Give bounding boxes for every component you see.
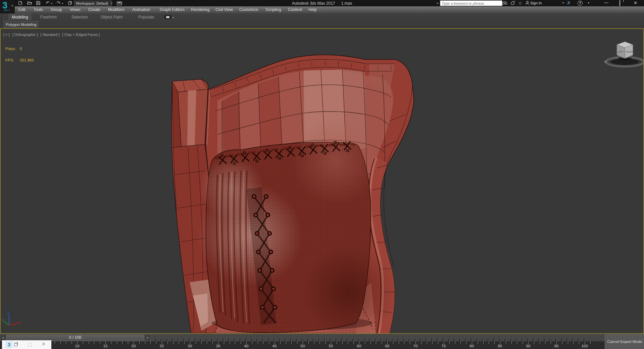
redo-icon[interactable]: ↷: [56, 1, 61, 5]
frame-label: 25: [160, 344, 164, 348]
frame-label: 100: [581, 344, 588, 348]
frame-label: 80: [470, 344, 474, 348]
close-icon[interactable]: ✕: [42, 341, 46, 347]
search-expand-icon[interactable]: ▸: [437, 1, 439, 5]
axis-x-label: X: [18, 321, 20, 324]
communication-center-icon[interactable]: [509, 0, 516, 6]
viewport-menu-general[interactable]: [ + ]: [3, 33, 10, 37]
time-slider-ticks: [155, 339, 588, 341]
frame-label: 70: [413, 344, 418, 348]
menu-civil-view[interactable]: Civil View: [215, 7, 233, 12]
frame-label: 90: [526, 344, 531, 348]
new-file-icon[interactable]: [17, 1, 23, 5]
viewport-menu-standard[interactable]: [ Standard ]: [41, 33, 60, 37]
viewport-menu-shading[interactable]: [ Clay + Edged Faces ]: [62, 33, 100, 37]
world-axis-gizmo: Z X Y: [2, 311, 20, 325]
maximize-icon-disabled: [28, 343, 32, 347]
frame-label: 60: [357, 344, 361, 348]
frame-label: 85: [498, 344, 502, 348]
chevron-down-icon: ▾: [11, 4, 13, 7]
menu-views[interactable]: Views: [70, 7, 81, 12]
menu-modifiers[interactable]: Modifiers: [108, 7, 125, 12]
polygon-modeling-panel[interactable]: Polygon Modeling: [4, 21, 38, 28]
menu-content[interactable]: Content: [288, 7, 302, 12]
help-icon[interactable]: ?: [578, 1, 583, 6]
tab-object-paint[interactable]: Object Paint: [98, 14, 125, 20]
tab-populate[interactable]: Populate: [136, 14, 157, 20]
tab-modeling[interactable]: Modeling: [9, 14, 31, 20]
ribbon-grip-handle[interactable]: [1, 14, 3, 28]
menu-scripting[interactable]: Scripting: [265, 7, 281, 12]
menu-customize[interactable]: Customize: [239, 7, 258, 12]
save-icon[interactable]: [36, 1, 41, 5]
viewport-label: [ + ] [ Orthographic ] [ Standard ] [ Cl…: [3, 33, 101, 37]
menu-rendering[interactable]: Rendering: [191, 7, 209, 12]
help-dropdown-icon[interactable]: ▾: [585, 1, 592, 7]
polys-stat-value: 0: [20, 47, 22, 51]
3dsmax-window: { "window": { "logo_text": "3", "logo_su…: [0, 0, 644, 349]
viewport-menu-pov[interactable]: [ Orthographic ]: [12, 33, 38, 37]
frame-label: 50: [301, 344, 305, 348]
max-taskbar-icon[interactable]: 3: [5, 341, 13, 348]
menu-group[interactable]: Group: [51, 7, 62, 12]
application-button[interactable]: 3 MAX ▾: [0, 0, 15, 13]
toolbar-overflow-icon[interactable]: [117, 1, 124, 5]
viewport-canvas[interactable]: LEFT FRONT Z X Y: [1, 29, 643, 333]
title-bar: Edit Tools Group Views Create Modifiers …: [0, 0, 644, 13]
search-binoculars-icon[interactable]: [501, 0, 508, 6]
viewcube-front-face-label: FRONT: [626, 51, 633, 53]
ribbon-display-dropdown-icon[interactable]: ▾: [172, 16, 174, 19]
tab-freeform[interactable]: Freeform: [38, 14, 59, 20]
redo-dropdown-icon[interactable]: ▾: [61, 1, 64, 5]
frame-label: 55: [329, 344, 333, 348]
menu-help[interactable]: Help: [308, 7, 317, 12]
track-bar[interactable]: 10 15 20 25 30 35 40 45 50 55 60 65 70 7…: [0, 341, 644, 349]
minimize-button[interactable]: —: [604, 0, 608, 5]
menu-animation[interactable]: Animation: [132, 7, 150, 12]
menu-create[interactable]: Create: [88, 7, 100, 12]
undo-dropdown-icon[interactable]: ▾: [50, 1, 53, 5]
close-button[interactable]: ✕: [634, 0, 637, 5]
open-file-icon[interactable]: [27, 1, 32, 5]
menu-graph-editors[interactable]: Graph Editors: [160, 7, 185, 12]
search-input[interactable]: [440, 0, 502, 6]
time-slider-row: < 0 / 100 >: [0, 334, 644, 341]
workspace-selector[interactable]: Workspace: Default: [74, 1, 112, 6]
track-bar-ticks: [21, 341, 591, 344]
frame-label: 15: [103, 344, 108, 348]
frame-label: 45: [273, 344, 277, 348]
next-frame-button[interactable]: >: [144, 335, 151, 341]
fps-stat-value: 251,965: [20, 58, 34, 62]
menu-edit[interactable]: Edit: [18, 7, 26, 12]
menu-bar: Edit Tools Group Views Create Modifiers …: [15, 6, 644, 14]
restore-icon[interactable]: [14, 343, 17, 346]
viewcube[interactable]: LEFT FRONT: [604, 42, 643, 67]
viewcube-left-face-label: LEFT: [618, 51, 624, 53]
frame-label: 10: [75, 344, 80, 348]
sign-in-button[interactable]: Sign In: [530, 1, 542, 5]
workspace-dropdown-icon[interactable]: ▾: [111, 2, 112, 5]
sign-in-dropdown-icon[interactable]: ▾: [560, 1, 566, 7]
frame-label: 95: [554, 344, 559, 348]
tab-selection[interactable]: Selection: [69, 14, 91, 20]
project-folder-icon[interactable]: [67, 1, 72, 5]
exchange-apps-icon[interactable]: X: [567, 0, 570, 5]
menu-tools[interactable]: Tools: [34, 7, 43, 12]
undo-icon[interactable]: ↶: [45, 1, 50, 5]
cancel-expert-mode-button[interactable]: Cancel Expert Mode: [605, 334, 644, 349]
sign-in-user-icon[interactable]: [524, 0, 531, 6]
ribbon-display-toggle-icon[interactable]: [164, 15, 171, 19]
favorites-star-icon[interactable]: ☆: [517, 0, 524, 6]
file-name: 1.max: [341, 1, 352, 6]
frame-label: 40: [244, 344, 249, 348]
frame-label: 35: [216, 344, 220, 348]
background-window-titlebar-fragment: 3 ✕: [2, 340, 51, 349]
restore-icon: [620, 0, 620, 6]
restore-button[interactable]: [620, 1, 620, 6]
ribbon-bar: Modeling Freeform Selection Object Paint…: [0, 13, 644, 28]
frame-label: 30: [188, 344, 192, 348]
polys-stat-label: Polys:: [5, 47, 16, 51]
frame-label: 65: [385, 344, 390, 348]
axis-y-label: Y: [2, 319, 4, 322]
viewport[interactable]: LEFT FRONT Z X Y [ + ] [ Orthographic ] …: [0, 28, 644, 334]
